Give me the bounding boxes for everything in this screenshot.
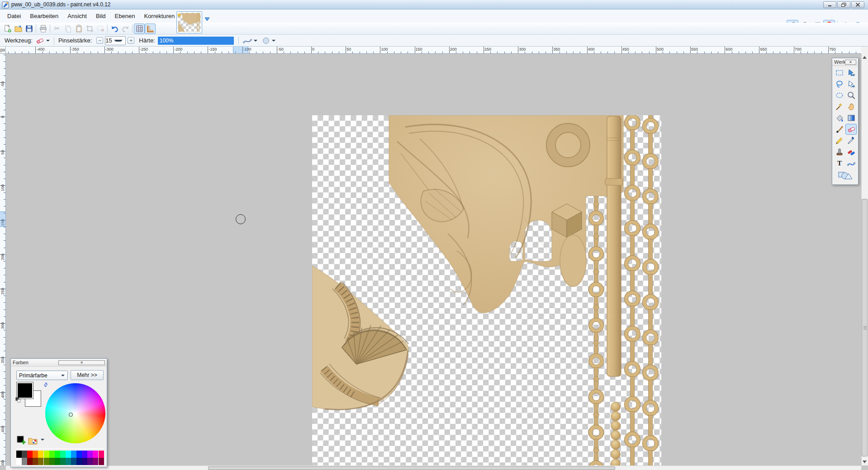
tool-dropdown-arrow[interactable] — [46, 40, 50, 42]
palette-swatch[interactable] — [27, 458, 33, 465]
palette-swatch[interactable] — [87, 451, 93, 458]
new-button[interactable] — [2, 24, 13, 34]
primary-color-swatch[interactable] — [17, 382, 33, 399]
tools-panel-titlebar[interactable]: Werk... ✕ — [832, 58, 858, 66]
swap-colors-icon[interactable]: ⇄ — [42, 381, 50, 388]
palette-swatch[interactable] — [82, 451, 87, 458]
menu-datei[interactable]: Datei — [3, 11, 25, 21]
vertical-scroll-thumb[interactable] — [862, 199, 868, 456]
tool-paint-bucket[interactable] — [834, 113, 845, 123]
tool-ellipse-select[interactable] — [834, 90, 845, 101]
tool-move-selection[interactable] — [845, 79, 857, 89]
palette-swatch[interactable] — [60, 451, 66, 458]
close-button[interactable] — [851, 1, 864, 8]
redo-button[interactable] — [120, 24, 131, 34]
palette-swatch[interactable] — [33, 451, 38, 458]
palette-swatch[interactable] — [22, 458, 27, 465]
palette-swatch[interactable] — [87, 458, 93, 465]
scroll-up-arrow-icon[interactable] — [861, 54, 868, 61]
tool-gradient[interactable] — [845, 113, 857, 123]
reset-colors-icon[interactable] — [15, 397, 21, 403]
palette-swatch[interactable] — [49, 451, 55, 458]
palette-swatch[interactable] — [93, 458, 98, 465]
horizontal-scroll-thumb[interactable] — [208, 466, 615, 470]
deselect-button[interactable] — [95, 24, 106, 34]
palette-swatch[interactable] — [16, 451, 22, 458]
palette-swatch[interactable] — [44, 451, 49, 458]
tool-paintbrush[interactable] — [834, 124, 845, 135]
palette-swatch[interactable] — [55, 458, 60, 465]
palette-swatch[interactable] — [60, 458, 66, 465]
palette-swatch[interactable] — [82, 458, 87, 465]
color-wheel-selector[interactable] — [69, 413, 73, 417]
palette-swatch[interactable] — [71, 458, 76, 465]
minimize-button[interactable] — [823, 1, 836, 8]
palette-dropdown-arrow[interactable] — [41, 439, 44, 441]
restore-button[interactable] — [837, 1, 850, 8]
palette-swatch[interactable] — [99, 458, 104, 465]
undo-button[interactable] — [109, 24, 120, 34]
cut-button[interactable]: ✂ — [52, 24, 62, 34]
ruler-toggle-button[interactable] — [145, 24, 156, 34]
palette-swatch[interactable] — [66, 458, 71, 465]
tools-panel-close-icon[interactable]: ✕ — [845, 60, 857, 65]
canvas[interactable] — [312, 115, 661, 465]
color-mode-select[interactable]: Primärfarbe — [16, 371, 68, 380]
menu-bearbeiten[interactable]: Bearbeiten — [25, 11, 63, 21]
workspace[interactable] — [6, 54, 861, 465]
tool-pan[interactable] — [845, 101, 857, 112]
palette-swatch[interactable] — [49, 458, 55, 465]
paste-button[interactable] — [73, 24, 84, 34]
palette-swatch[interactable] — [38, 451, 43, 458]
tool-clone-stamp[interactable] — [834, 146, 845, 157]
print-button[interactable] — [38, 24, 48, 34]
tool-line-curve[interactable] — [845, 158, 857, 169]
more-button[interactable]: Mehr >> — [71, 370, 104, 380]
palette-swatch[interactable] — [55, 451, 60, 458]
save-button[interactable] — [24, 24, 34, 34]
tool-magic-wand[interactable] — [834, 101, 845, 112]
palette-swatch[interactable] — [76, 458, 82, 465]
palette-swatch[interactable] — [33, 458, 38, 465]
blend-mode-icon[interactable] — [262, 37, 270, 45]
palette-swatch[interactable] — [66, 451, 71, 458]
tool-eraser[interactable] — [845, 124, 857, 135]
menu-bild[interactable]: Bild — [91, 11, 110, 21]
color-wheel[interactable] — [45, 383, 105, 443]
tool-zoom[interactable] — [845, 90, 857, 101]
colors-panel-close-icon[interactable]: ✕ — [58, 360, 105, 365]
tool-move-pixels[interactable] — [845, 67, 857, 78]
add-color-button[interactable] — [17, 436, 26, 445]
colors-panel-titlebar[interactable]: Farben ✕ — [11, 359, 107, 367]
copy-button[interactable] — [62, 24, 73, 34]
crop-button[interactable] — [84, 24, 95, 34]
menu-korrekturen[interactable]: Korrekturen — [139, 11, 179, 21]
palette-swatch[interactable] — [27, 451, 33, 458]
palette-manager-icon[interactable] — [28, 436, 38, 445]
menu-ebenen[interactable]: Ebenen — [110, 11, 140, 21]
blend-mode-dropdown-arrow[interactable] — [272, 40, 275, 42]
palette-swatch[interactable] — [76, 451, 82, 458]
brush-width-dropdown-arrow[interactable] — [114, 40, 123, 42]
palette-swatch[interactable] — [44, 458, 49, 465]
tool-text[interactable]: T — [834, 158, 845, 169]
palette-swatch[interactable] — [71, 451, 76, 458]
brush-width-decrease-button[interactable]: − — [96, 37, 103, 44]
eraser-icon[interactable] — [35, 36, 44, 45]
menu-ansicht[interactable]: Ansicht — [63, 11, 91, 21]
brush-width-increase-button[interactable]: + — [128, 37, 134, 44]
antialiasing-icon[interactable] — [243, 37, 252, 44]
tool-recolor[interactable] — [845, 146, 857, 157]
tool-color-picker[interactable] — [845, 135, 857, 146]
tool-rectangle-select[interactable] — [834, 67, 845, 78]
tool-shapes[interactable] — [835, 169, 855, 181]
antialiasing-dropdown-arrow[interactable] — [254, 40, 257, 42]
image-list-chevron-icon[interactable] — [204, 17, 210, 21]
open-button[interactable] — [13, 24, 24, 34]
hardness-input[interactable]: 100% — [158, 37, 234, 45]
palette-swatch[interactable] — [93, 451, 98, 458]
brush-width-combo[interactable]: 15 — [105, 36, 126, 45]
palette-swatch[interactable] — [22, 451, 27, 458]
grid-toggle-button[interactable] — [134, 24, 145, 34]
scroll-down-arrow-icon[interactable] — [861, 458, 868, 465]
